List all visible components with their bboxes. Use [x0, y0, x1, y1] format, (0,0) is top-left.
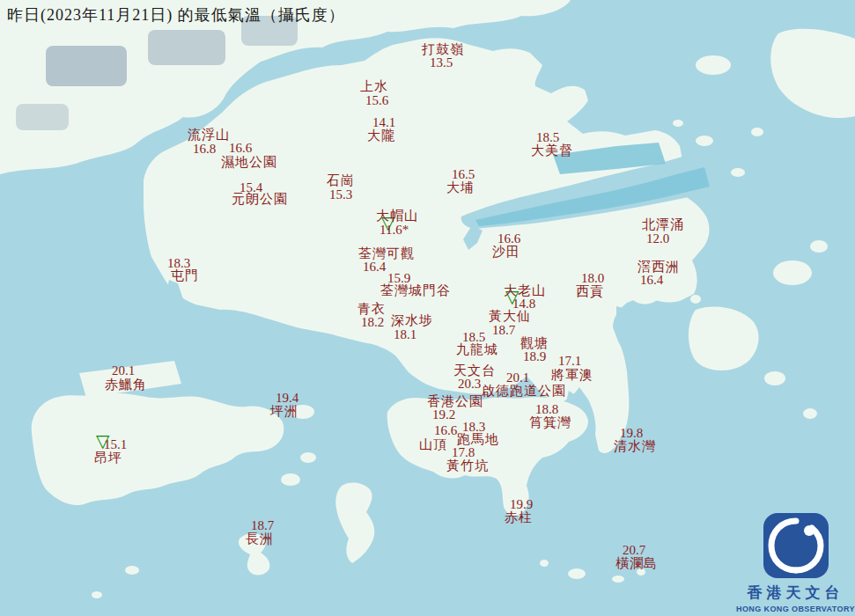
station-temp: 11.6* — [380, 224, 409, 237]
station-name: 大帽山 — [376, 209, 418, 223]
station-name: 橫瀾島 — [615, 557, 658, 570]
station-name: 荃灣可觀 — [358, 247, 415, 260]
station-temp: 12.0 — [646, 232, 669, 246]
observatory-logo-icon — [763, 512, 829, 579]
station-name: 大老山 — [504, 284, 546, 297]
station-temp: 18.2 — [361, 316, 384, 329]
station-temp: 20.3 — [458, 378, 481, 391]
station-temp: 16.4 — [640, 274, 663, 287]
station-temp: 20.1 — [506, 371, 529, 385]
station-temp: 17.8 — [452, 446, 475, 459]
station-name: 赤鱲角 — [105, 378, 147, 392]
station-temp: 18.7 — [492, 324, 515, 337]
station-temp: 18.9 — [523, 350, 546, 363]
station-name: 長洲 — [246, 532, 274, 546]
observatory-name-en: HONG KONG OBSERVATORY — [736, 605, 855, 613]
observatory-name-zh: 香港天文台 — [736, 583, 855, 603]
station-name: 屯門 — [171, 269, 199, 282]
station-temp: 17.1 — [558, 355, 581, 368]
station-name: 元朗公園 — [232, 193, 288, 206]
station-name: 大美督 — [531, 144, 573, 158]
station-temp: 16.6 — [434, 424, 457, 437]
station-temp: 15.1 — [104, 438, 127, 451]
station-name: 石崗 — [327, 174, 355, 187]
station-temp: 16.5 — [452, 168, 475, 181]
observatory-logo: 香港天文台 HONG KONG OBSERVATORY — [736, 512, 855, 613]
station-name: 滘西洲 — [638, 260, 680, 274]
station-name: 黃大仙 — [489, 310, 531, 323]
station-temp: 13.5 — [430, 56, 453, 70]
station-name: 啟德跑道公園 — [482, 385, 566, 398]
station-name: 赤柱 — [505, 511, 533, 524]
station-name: 青衣 — [357, 303, 386, 316]
station-name: 流浮山 — [188, 128, 230, 142]
station-temp: 18.0 — [581, 272, 604, 285]
station-name: 觀塘 — [520, 337, 549, 350]
station-temp: 16.6 — [229, 142, 252, 155]
station-temp: 16.4 — [363, 260, 386, 274]
station-temp: 20.1 — [112, 364, 135, 378]
station-name: 跑馬地 — [457, 433, 499, 446]
station-temp: 15.3 — [329, 188, 352, 202]
station-temp: 16.6 — [498, 232, 520, 246]
station-temp: 18.1 — [394, 328, 416, 341]
station-name: 將軍澳 — [551, 369, 593, 382]
station-temp: 18.8 — [535, 403, 558, 416]
station-name: 香港公園 — [427, 395, 483, 408]
stations-layer: 13.5打鼓嶺15.6上水14.1大隴16.8流浮山16.6濕地公園18.5大美… — [0, 0, 855, 616]
station-temp: 19.2 — [432, 408, 455, 422]
station-name: 西貢 — [576, 285, 604, 298]
station-temp: 14.1 — [372, 116, 395, 129]
station-name: 坪洲 — [270, 405, 299, 418]
station-name: 天文台 — [453, 364, 496, 378]
station-temp: 19.9 — [510, 498, 533, 511]
station-name: 沙田 — [492, 246, 520, 259]
station-name: 黃竹坑 — [446, 459, 489, 473]
station-name: 濕地公園 — [221, 156, 277, 169]
station-temp: 16.8 — [193, 143, 216, 156]
page-title: 昨日(2023年11月21日) 的最低氣溫（攝氏度） — [7, 4, 345, 26]
station-name: 九龍城 — [456, 343, 498, 356]
station-name: 昂坪 — [94, 451, 122, 465]
station-temp: 15.6 — [365, 94, 388, 107]
station-name: 上水 — [360, 80, 388, 93]
station-temp: 19.8 — [620, 427, 643, 440]
station-temp: 18.7 — [251, 519, 274, 532]
station-name: 筲箕灣 — [529, 416, 571, 429]
station-name: 大埔 — [446, 181, 475, 194]
station-temp: 19.4 — [276, 392, 299, 405]
station-name: 深水埗 — [391, 314, 433, 327]
station-temp: 18.5 — [536, 131, 559, 144]
station-name: 北潭涌 — [642, 218, 684, 231]
station-name: 清水灣 — [614, 440, 656, 453]
station-name: 荃灣城門谷 — [380, 284, 451, 297]
station-temp: 20.7 — [623, 544, 645, 557]
station-name: 大隴 — [367, 129, 395, 143]
station-name: 山頂 — [419, 438, 447, 451]
station-name: 打鼓嶺 — [422, 43, 464, 56]
